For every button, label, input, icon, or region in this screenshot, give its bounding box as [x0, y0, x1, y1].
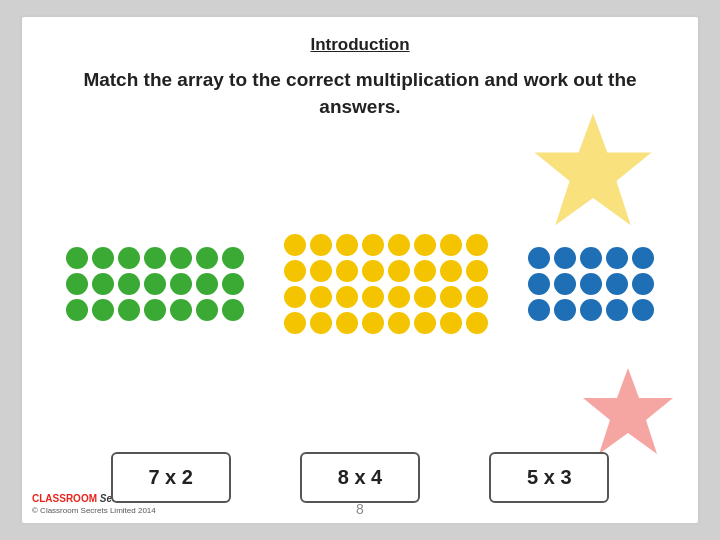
dot: [336, 286, 358, 308]
dot: [528, 273, 550, 295]
dot: [606, 273, 628, 295]
dot: [414, 260, 436, 282]
page-number: 8: [356, 501, 364, 517]
dot-row: [66, 273, 244, 295]
dot: [196, 273, 218, 295]
dot: [632, 299, 654, 321]
dot: [466, 234, 488, 256]
dot: [144, 273, 166, 295]
dot: [222, 273, 244, 295]
dot: [466, 312, 488, 334]
dot: [466, 260, 488, 282]
dot: [284, 234, 306, 256]
dot: [284, 260, 306, 282]
dot: [92, 273, 114, 295]
dot: [414, 234, 436, 256]
dot: [440, 234, 462, 256]
dot: [66, 273, 88, 295]
dot: [222, 247, 244, 269]
dot: [118, 299, 140, 321]
dot: [362, 312, 384, 334]
dot: [170, 247, 192, 269]
dot: [580, 247, 602, 269]
dot-row: [528, 273, 654, 295]
dot: [170, 299, 192, 321]
dot: [310, 260, 332, 282]
dot: [66, 299, 88, 321]
dot: [144, 247, 166, 269]
dot: [388, 234, 410, 256]
dot: [528, 299, 550, 321]
dot-row: [284, 234, 488, 256]
dot: [196, 299, 218, 321]
dot: [440, 312, 462, 334]
dot: [92, 299, 114, 321]
dot: [310, 286, 332, 308]
dot: [310, 312, 332, 334]
slide-container: Introduction Match the array to the corr…: [20, 15, 700, 525]
dot-row: [284, 286, 488, 308]
dot: [414, 286, 436, 308]
dot-row: [66, 247, 244, 269]
label-box-3[interactable]: 5 x 3: [489, 452, 609, 503]
dot: [414, 312, 436, 334]
dot: [196, 247, 218, 269]
dot-row: [284, 260, 488, 282]
dot-row: [528, 299, 654, 321]
dot: [118, 273, 140, 295]
dot: [388, 260, 410, 282]
array-blue: [528, 247, 654, 321]
slide-title: Introduction: [46, 35, 674, 55]
dot: [92, 247, 114, 269]
dot: [336, 260, 358, 282]
dot: [336, 312, 358, 334]
dot: [284, 286, 306, 308]
dot: [554, 247, 576, 269]
footer-copyright: © Classroom Secrets Limited 2014: [32, 506, 156, 515]
dot: [580, 299, 602, 321]
label-box-1[interactable]: 7 x 2: [111, 452, 231, 503]
dot: [388, 312, 410, 334]
dot: [440, 286, 462, 308]
dot-row: [66, 299, 244, 321]
dot: [362, 260, 384, 282]
labels-row: 7 x 2 8 x 4 5 x 3: [46, 452, 674, 503]
dot-row: [528, 247, 654, 269]
dot-row: [284, 312, 488, 334]
dot: [606, 247, 628, 269]
dot: [466, 286, 488, 308]
dot: [66, 247, 88, 269]
array-green: [66, 247, 244, 321]
dot: [632, 273, 654, 295]
dot: [632, 247, 654, 269]
dot: [222, 299, 244, 321]
arrays-row: [46, 144, 674, 424]
dot: [170, 273, 192, 295]
array-yellow: [284, 234, 488, 334]
dot: [336, 234, 358, 256]
dot: [554, 299, 576, 321]
dot: [554, 273, 576, 295]
dot: [528, 247, 550, 269]
dot: [144, 299, 166, 321]
dot: [310, 234, 332, 256]
dot: [606, 299, 628, 321]
dot: [284, 312, 306, 334]
label-box-2[interactable]: 8 x 4: [300, 452, 420, 503]
dot: [118, 247, 140, 269]
dot: [388, 286, 410, 308]
dot: [440, 260, 462, 282]
dot: [362, 234, 384, 256]
dot: [362, 286, 384, 308]
dot: [580, 273, 602, 295]
